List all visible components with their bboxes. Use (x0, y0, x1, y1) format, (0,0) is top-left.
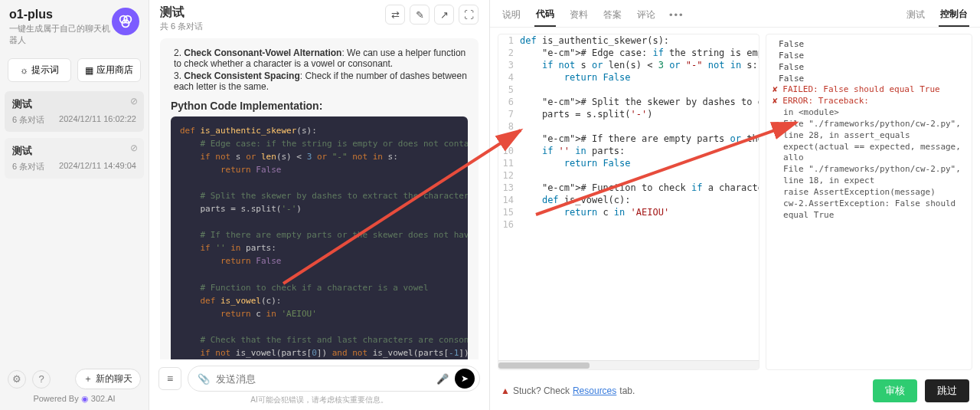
tab-answers[interactable]: 答案 (602, 4, 623, 26)
settings-icon[interactable]: ⚙ (8, 370, 26, 389)
editor-line[interactable]: 11 return False (498, 157, 759, 169)
lightbulb-icon: ☼ (20, 65, 28, 76)
disclaimer-text: AI可能会犯错误，请考虑核实重要信息。 (158, 395, 480, 405)
brand-header: o1-plus 一键生成属于自己的聊天机器人 (0, 0, 149, 54)
resources-link[interactable]: Resources (573, 385, 616, 396)
help-icon[interactable]: ? (32, 370, 51, 389)
session-list: 测试 6 条对话2024/12/11 16:02:22 ⊘ 测试 6 条对话20… (0, 87, 149, 189)
session-time: 2024/12/11 14:49:04 (59, 161, 136, 172)
editor-line[interactable]: 14 def is_vowel(c): (498, 194, 759, 206)
attach-menu-icon[interactable]: ≡ (158, 367, 181, 390)
tab-code[interactable]: 代码 (534, 3, 556, 27)
editor-line[interactable]: 4 return False (498, 71, 759, 84)
chat-scroll[interactable]: 2. Check Consonant-Vowel Alternation: We… (149, 35, 489, 359)
stuck-hint: ▲ Stuck? Check Resources tab. (501, 385, 635, 396)
grid-icon: ▦ (85, 65, 93, 76)
chat-input-box[interactable]: 📎 🎤 ➤ (188, 366, 480, 392)
session-title: 测试 (12, 144, 136, 158)
new-chat-label: 新的聊天 (96, 372, 132, 385)
share-icon[interactable]: ↗ (434, 5, 454, 25)
tab-test[interactable]: 测试 (905, 4, 926, 26)
chat-input[interactable] (216, 373, 430, 385)
edit-icon[interactable]: ✎ (410, 5, 430, 25)
console-line: False (779, 62, 965, 74)
brand-title: o1-plus (9, 8, 112, 21)
chat-subtitle: 共 6 条对话 (160, 21, 203, 32)
console-line: File "./frameworks/python/cw-2.py", line… (783, 119, 965, 142)
console-line: False (779, 51, 965, 62)
session-title: 测试 (12, 97, 136, 111)
section-heading: Python Code Implementation: (171, 100, 468, 112)
editor-line[interactable]: 9 "e-cm"># If there are empty parts or t… (498, 133, 759, 145)
tab-console[interactable]: 控制台 (939, 3, 969, 27)
fullscreen-icon[interactable]: ⛶ (459, 5, 479, 25)
close-icon[interactable]: ⊘ (130, 96, 138, 107)
brand-subtitle: 一键生成属于自己的聊天机器人 (9, 23, 112, 46)
market-button[interactable]: ▦应用商店 (77, 58, 141, 82)
editor-line[interactable]: 15 return c in 'AEIOU' (498, 206, 759, 218)
console-line: FAILED: False should equal True (773, 84, 965, 96)
new-chat-button[interactable]: ＋新的聊天 (75, 369, 141, 389)
editor-line[interactable]: 12 (498, 169, 759, 182)
warning-icon: ▲ (501, 385, 510, 396)
console-line: in <module> (783, 107, 965, 119)
tab-resources[interactable]: 资料 (568, 4, 590, 26)
prompt-button[interactable]: ☼提示词 (8, 58, 71, 82)
svg-point-2 (122, 20, 129, 27)
review-button[interactable]: 审核 (873, 379, 917, 402)
console-line: cw-2.AssertException: False should equal… (783, 198, 965, 221)
editor-line[interactable]: 8 (498, 120, 759, 133)
editor-line[interactable]: 5 (498, 84, 759, 96)
mic-icon[interactable]: 🎤 (436, 373, 449, 385)
left-sidebar: o1-plus 一键生成属于自己的聊天机器人 ☼提示词 ▦应用商店 测试 6 条… (0, 0, 149, 410)
chat-panel: 测试 共 6 条对话 ⇄ ✎ ↗ ⛶ 2. Check Consonant-Vo… (149, 0, 490, 410)
session-item[interactable]: 测试 6 条对话2024/12/11 14:49:04 ⊘ (5, 138, 144, 179)
editor-line[interactable]: 7 parts = s.split('-') (498, 108, 759, 120)
console-line: False (779, 74, 965, 85)
console-line: expect(actual == expected, message, allo (783, 142, 965, 165)
brand-logo-icon (112, 8, 139, 35)
assistant-message: 2. Check Consonant-Vowel Alternation: We… (160, 38, 479, 359)
tab-comments[interactable]: 评论 (635, 4, 657, 26)
swap-icon[interactable]: ⇄ (385, 5, 405, 25)
session-time: 2024/12/11 16:02:22 (59, 114, 136, 126)
prompt-button-label: 提示词 (31, 64, 59, 77)
market-button-label: 应用商店 (96, 64, 133, 77)
console-line: False (779, 39, 965, 51)
code-editor[interactable]: 1def is_authentic_skewer(s):2 "e-cm"># E… (498, 34, 760, 370)
editor-line[interactable]: 2 "e-cm"># Edge case: if the string is e… (498, 47, 759, 59)
editor-line[interactable]: 3 if not s or len(s) < 3 or "-" not in s… (498, 59, 759, 71)
console-line: File "./frameworks/python/cw-2.py", line… (783, 164, 965, 187)
plus-icon: ＋ (83, 372, 93, 385)
right-panel: 说明 代码 资料 答案 评论 ••• 测试 控制台 1def is_authen… (490, 0, 980, 410)
console-line: ERROR: Traceback: (773, 96, 965, 107)
code-block[interactable]: def is_authentic_skewer(s): # Edge case:… (171, 116, 468, 359)
console-output[interactable]: FalseFalseFalseFalseFAILED: False should… (766, 34, 972, 370)
editor-scrollbar[interactable] (498, 360, 759, 369)
editor-line[interactable]: 10 if '' in parts: (498, 145, 759, 157)
editor-line[interactable]: 13 "e-cm"># Function to check if a chara… (498, 182, 759, 194)
editor-line[interactable]: 6 "e-cm"># Split the skewer by dashes to… (498, 96, 759, 108)
console-line: raise AssertException(message) (783, 187, 965, 198)
session-count: 6 条对话 (12, 114, 44, 126)
powered-by: Powered By ◉ 302.AI (8, 394, 141, 404)
more-icon[interactable]: ••• (669, 9, 684, 21)
send-button[interactable]: ➤ (455, 369, 475, 389)
tab-description[interactable]: 说明 (501, 4, 522, 26)
editor-line[interactable]: 16 (498, 218, 759, 231)
attachment-icon[interactable]: 📎 (198, 373, 210, 385)
chat-title: 测试 (160, 5, 203, 21)
session-count: 6 条对话 (12, 161, 44, 172)
skip-button[interactable]: 跳过 (925, 379, 969, 402)
close-icon[interactable]: ⊘ (130, 143, 138, 153)
editor-line[interactable]: 1def is_authentic_skewer(s): (498, 34, 759, 47)
session-item[interactable]: 测试 6 条对话2024/12/11 16:02:22 ⊘ (5, 91, 144, 132)
